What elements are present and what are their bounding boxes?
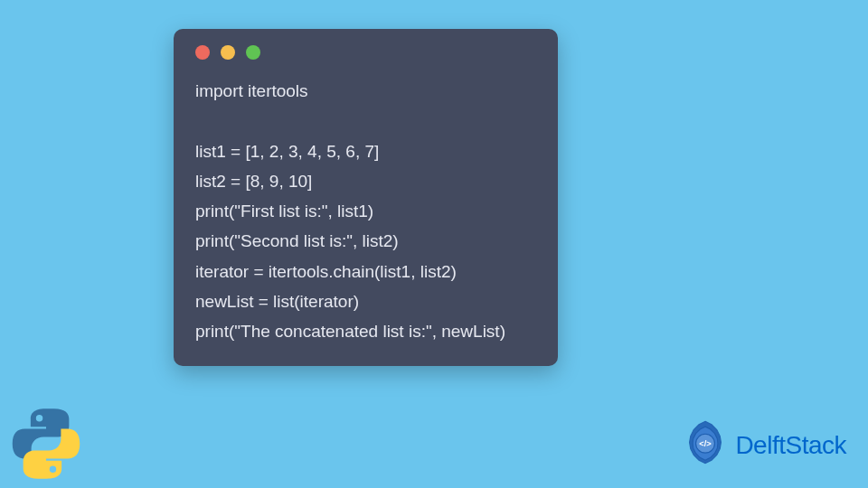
- minimize-icon[interactable]: [221, 45, 235, 60]
- code-content: import itertools list1 = [1, 2, 3, 4, 5,…: [195, 76, 536, 346]
- svg-text:</>: </>: [700, 439, 712, 448]
- maximize-icon[interactable]: [246, 45, 260, 60]
- code-window: import itertools list1 = [1, 2, 3, 4, 5,…: [174, 29, 558, 366]
- delftstack-icon: </>: [679, 419, 731, 472]
- delftstack-brand: </> DelftStack: [679, 419, 846, 472]
- delftstack-label: DelftStack: [735, 431, 846, 460]
- window-controls: [195, 45, 536, 60]
- close-icon[interactable]: [195, 45, 210, 60]
- python-logo-icon: [9, 407, 83, 481]
